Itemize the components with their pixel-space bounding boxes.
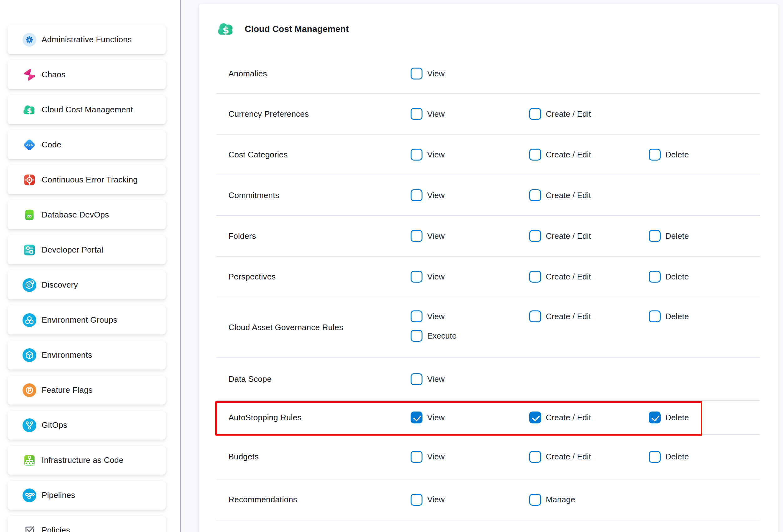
- permission-option-label: Delete: [665, 312, 689, 321]
- svg-text:$: $: [222, 25, 229, 36]
- sidebar-item-label: Policies: [42, 525, 70, 532]
- resource-label: Anomalies: [216, 69, 411, 79]
- data-scope-view-checkbox[interactable]: [411, 373, 422, 385]
- permission-cell: View: [411, 108, 529, 120]
- autostopping-rules-delete-checkbox[interactable]: [649, 411, 661, 424]
- cost-categories-create-edit-checkbox[interactable]: [529, 149, 541, 160]
- code-brackets-icon: </>: [23, 138, 36, 152]
- recommendations-view-checkbox[interactable]: [411, 494, 422, 506]
- commitments-view-checkbox[interactable]: [411, 189, 422, 201]
- permission-cell: Delete: [649, 271, 760, 283]
- developer-portal-icon: [23, 243, 36, 257]
- permission-cell: View: [411, 68, 529, 80]
- permission-option-label: Delete: [665, 272, 689, 282]
- sidebar-item-continuous-error-tracking[interactable]: Continuous Error Tracking: [7, 165, 166, 194]
- permission-option: View: [411, 189, 529, 201]
- permission-option: View: [411, 451, 529, 463]
- recommendations-manage-checkbox[interactable]: [529, 494, 541, 506]
- sidebar-item-database-devops[interactable]: ∞Database DevOps: [7, 200, 166, 229]
- perspectives-view-checkbox[interactable]: [411, 271, 422, 283]
- sidebar-item-developer-portal[interactable]: Developer Portal: [7, 235, 166, 264]
- permission-option: View: [411, 411, 529, 424]
- permission-cell: View: [411, 149, 529, 160]
- cloud-asset-governance-rules-delete-checkbox[interactable]: [649, 310, 661, 322]
- folders-view-checkbox[interactable]: [411, 230, 422, 242]
- perspectives-create-edit-checkbox[interactable]: [529, 271, 541, 283]
- resource-label: Data Scope: [216, 374, 411, 384]
- sidebar-item-chaos[interactable]: Chaos: [7, 60, 166, 89]
- panel-header: $ Cloud Cost Management: [199, 4, 778, 54]
- permission-row-budgets: BudgetsViewCreate / EditDelete: [216, 435, 760, 479]
- permission-option-label: View: [427, 374, 445, 384]
- permission-option-label: Delete: [665, 452, 689, 462]
- permission-option-label: View: [427, 452, 445, 462]
- cloud-asset-governance-rules-view-checkbox[interactable]: [411, 310, 422, 322]
- sidebar-divider: [180, 0, 181, 532]
- permission-option: Manage: [529, 494, 649, 506]
- permission-row-folders: FoldersViewCreate / EditDelete: [216, 216, 760, 257]
- budgets-view-checkbox[interactable]: [411, 451, 422, 463]
- permission-option: View: [411, 373, 529, 385]
- permission-cell: Delete: [649, 297, 760, 322]
- budgets-delete-checkbox[interactable]: [649, 451, 661, 463]
- budgets-create-edit-checkbox[interactable]: [529, 451, 541, 463]
- sidebar-item-policies[interactable]: Policies: [7, 516, 166, 532]
- anomalies-view-checkbox[interactable]: [411, 68, 422, 80]
- permission-option-label: View: [427, 109, 445, 119]
- permission-option: Execute: [411, 330, 529, 342]
- permission-option: Delete: [649, 149, 760, 160]
- permission-option-label: Create / Edit: [546, 231, 591, 241]
- resource-label: Perspectives: [216, 272, 411, 282]
- currency-preferences-view-checkbox[interactable]: [411, 108, 422, 120]
- perspectives-delete-checkbox[interactable]: [649, 271, 661, 283]
- permission-cell: Delete: [649, 230, 760, 242]
- permission-option: Delete: [649, 230, 760, 242]
- permission-cell: Create / Edit: [529, 149, 649, 160]
- sidebar-item-gitops[interactable]: GitOps: [7, 411, 166, 440]
- sidebar-item-environments[interactable]: Environments: [7, 341, 166, 370]
- resource-label: Budgets: [216, 452, 411, 462]
- autostopping-rules-create-edit-checkbox[interactable]: [529, 411, 541, 424]
- permission-option-label: Create / Edit: [546, 109, 591, 119]
- sidebar-item-administrative-functions[interactable]: Administrative Functions: [7, 25, 166, 54]
- autostopping-rules-view-checkbox[interactable]: [411, 411, 422, 424]
- permission-option-label: View: [427, 413, 445, 423]
- sidebar-item-environment-groups[interactable]: Environment Groups: [7, 306, 166, 335]
- folders-delete-checkbox[interactable]: [649, 230, 661, 242]
- cost-categories-delete-checkbox[interactable]: [649, 149, 661, 160]
- sidebar-item-discovery[interactable]: Discovery: [7, 271, 166, 300]
- permission-option-label: View: [427, 231, 445, 241]
- permission-option-label: Create / Edit: [546, 150, 591, 160]
- cloud-asset-governance-rules-execute-checkbox[interactable]: [411, 330, 422, 342]
- permission-row-recommendations: RecommendationsViewManage: [216, 479, 760, 521]
- resource-label: Currency Preferences: [216, 109, 411, 119]
- currency-preferences-create-edit-checkbox[interactable]: [529, 108, 541, 120]
- cloud-asset-governance-rules-create-edit-checkbox[interactable]: [529, 310, 541, 322]
- permission-cell: View: [411, 230, 529, 242]
- cost-categories-view-checkbox[interactable]: [411, 149, 422, 160]
- permission-option: Create / Edit: [529, 411, 649, 424]
- module-sidebar: Administrative FunctionsChaos$Cloud Cost…: [7, 25, 166, 532]
- permission-option-label: Create / Edit: [546, 191, 591, 200]
- cloud-dollar-icon: $: [23, 103, 36, 117]
- sidebar-item-feature-flags[interactable]: Feature Flags: [7, 376, 166, 405]
- permission-option-label: Delete: [665, 150, 689, 160]
- permission-option-label: Delete: [665, 413, 689, 423]
- sidebar-item-pipelines[interactable]: Pipelines: [7, 481, 166, 510]
- sidebar-item-label: Database DevOps: [42, 210, 109, 220]
- permission-option: View: [411, 494, 529, 506]
- permission-option: Create / Edit: [529, 189, 649, 201]
- sidebar-item-code[interactable]: </>Code: [7, 130, 166, 159]
- sidebar-item-label: Discovery: [42, 280, 78, 290]
- folders-create-edit-checkbox[interactable]: [529, 230, 541, 242]
- permission-cell: Create / Edit: [529, 230, 649, 242]
- commitments-create-edit-checkbox[interactable]: [529, 189, 541, 201]
- permission-option-label: Execute: [427, 331, 457, 341]
- sidebar-item-cloud-cost-management[interactable]: $Cloud Cost Management: [7, 95, 166, 124]
- permission-cell: View: [411, 189, 529, 201]
- permission-option: Create / Edit: [529, 310, 649, 322]
- sidebar-item-infrastructure-as-code[interactable]: Infrastructure as Code: [7, 446, 166, 475]
- permission-option: Delete: [649, 411, 760, 424]
- permission-cell: Create / Edit: [529, 451, 649, 463]
- permission-row-cloud-asset-governance-rules: Cloud Asset Governance RulesViewExecuteC…: [216, 297, 760, 358]
